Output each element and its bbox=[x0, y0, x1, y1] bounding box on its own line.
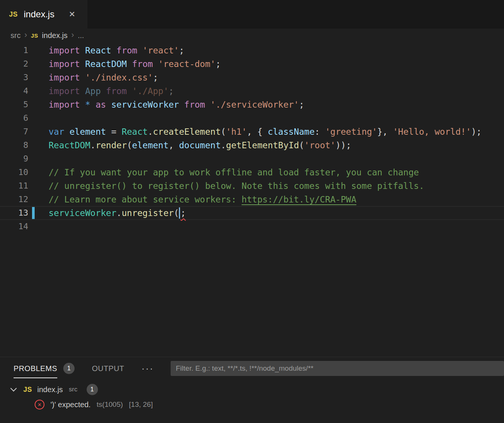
code-line-text[interactable]: import App from './App'; bbox=[28, 84, 504, 98]
code-token: React bbox=[122, 127, 148, 137]
code-token: App bbox=[85, 86, 106, 96]
text-cursor bbox=[179, 207, 180, 219]
code-line-text[interactable]: var element = React.createElement('h1', … bbox=[28, 125, 504, 138]
code-token: 'Hello, world!' bbox=[393, 127, 471, 137]
tab-title: index.js bbox=[24, 9, 54, 20]
code-token: , { bbox=[247, 127, 267, 137]
line-number[interactable]: 11 bbox=[0, 179, 28, 193]
code-token: , bbox=[169, 140, 179, 150]
code-editor[interactable]: 1import React from 'react';2import React… bbox=[0, 42, 504, 357]
code-line-text[interactable] bbox=[28, 220, 504, 233]
line-number[interactable]: 6 bbox=[0, 111, 28, 125]
line-number[interactable]: 12 bbox=[0, 193, 28, 206]
problems-file-row[interactable]: JS index.js src 1 bbox=[0, 382, 504, 397]
code-token: ; bbox=[299, 100, 304, 110]
problems-filter-input[interactable] bbox=[171, 361, 504, 376]
code-line-text[interactable]: // unregister() to register() below. Not… bbox=[28, 179, 504, 193]
problems-count-badge: 1 bbox=[63, 363, 75, 374]
code-line-text[interactable]: import './index.css'; bbox=[28, 71, 504, 84]
line-number[interactable]: 10 bbox=[0, 166, 28, 179]
problem-row[interactable]: ')' expected. ts(1005) [13, 26] bbox=[0, 397, 504, 412]
code-line[interactable]: 7var element = React.createElement('h1',… bbox=[0, 125, 504, 138]
code-token: ( bbox=[127, 140, 132, 150]
breadcrumb-folder[interactable]: src bbox=[11, 31, 21, 40]
tab-bar: JS index.js ✕ bbox=[0, 0, 504, 29]
code-token: getElementById bbox=[226, 140, 299, 150]
code-token: './serviceWorker' bbox=[210, 100, 299, 110]
code-token: . bbox=[148, 127, 153, 137]
line-number[interactable]: 4 bbox=[0, 84, 28, 98]
error-icon bbox=[35, 400, 44, 409]
line-number[interactable]: 3 bbox=[0, 71, 28, 84]
tab-output[interactable]: OUTPUT bbox=[92, 364, 124, 373]
code-line-text[interactable]: import ReactDOM from 'react-dom'; bbox=[28, 57, 504, 71]
code-line[interactable]: 8ReactDOM.render(element, document.getEl… bbox=[0, 138, 504, 152]
code-line[interactable]: 4import App from './App'; bbox=[0, 84, 504, 98]
code-line-text[interactable]: import * as serviceWorker from './servic… bbox=[28, 98, 504, 111]
problems-file-path: src bbox=[69, 386, 78, 393]
code-token: './App' bbox=[132, 86, 169, 96]
code-line-text[interactable]: import React from 'react'; bbox=[28, 44, 504, 57]
problem-position: [13, 26] bbox=[129, 400, 153, 409]
code-token: serviceWorker bbox=[49, 208, 116, 218]
chevron-down-icon[interactable] bbox=[11, 385, 17, 392]
code-line-text[interactable]: ReactDOM.render(element, document.getEle… bbox=[28, 138, 504, 152]
code-token: import bbox=[49, 46, 85, 55]
output-tab-label: OUTPUT bbox=[92, 364, 124, 373]
code-line-text[interactable] bbox=[28, 152, 504, 166]
code-token: import bbox=[49, 100, 85, 110]
code-token: . bbox=[221, 140, 226, 150]
code-line[interactable]: 10// If you want your app to work offlin… bbox=[0, 166, 504, 179]
code-token: = bbox=[111, 127, 122, 137]
code-line-text[interactable]: // If you want your app to work offline … bbox=[28, 166, 504, 179]
line-number[interactable]: 14 bbox=[0, 220, 28, 233]
panel-header: PROBLEMS 1 OUTPUT ··· bbox=[0, 357, 504, 380]
line-number[interactable]: 2 bbox=[0, 57, 28, 71]
code-token: ; bbox=[153, 73, 158, 82]
code-token: . bbox=[90, 140, 96, 150]
chevron-right-icon: › bbox=[24, 31, 27, 39]
code-token: from bbox=[116, 46, 142, 55]
code-line[interactable]: 3import './index.css'; bbox=[0, 71, 504, 84]
code-line[interactable]: 6 bbox=[0, 111, 504, 125]
problem-source: ts(1005) bbox=[97, 400, 123, 409]
code-line-text[interactable]: serviceWorker.unregister(; bbox=[28, 206, 504, 220]
code-line[interactable]: 1import React from 'react'; bbox=[0, 44, 504, 57]
problems-tree: JS index.js src 1 ')' expected. ts(1005)… bbox=[0, 380, 504, 412]
code-line[interactable]: 12// Learn more about service workers: h… bbox=[0, 193, 504, 206]
line-number[interactable]: 5 bbox=[0, 98, 28, 111]
file-problems-count-badge: 1 bbox=[87, 384, 98, 395]
tab-problems[interactable]: PROBLEMS 1 bbox=[14, 363, 75, 374]
line-number[interactable]: 1 bbox=[0, 44, 28, 57]
code-line[interactable]: 9 bbox=[0, 152, 504, 166]
code-token: 'react-dom' bbox=[158, 59, 215, 69]
line-number[interactable]: 8 bbox=[0, 138, 28, 152]
problem-message: ')' expected. bbox=[50, 400, 91, 409]
more-actions-icon[interactable]: ··· bbox=[142, 363, 154, 374]
javascript-file-icon: JS bbox=[31, 32, 38, 39]
breadcrumb-symbol[interactable]: ... bbox=[78, 31, 84, 40]
problems-tab-label: PROBLEMS bbox=[14, 364, 57, 373]
code-token: )); bbox=[336, 140, 351, 150]
code-line[interactable]: 11// unregister() to register() below. N… bbox=[0, 179, 504, 193]
code-token: import bbox=[49, 73, 85, 82]
code-token: element bbox=[132, 140, 169, 150]
close-icon[interactable]: ✕ bbox=[69, 10, 75, 19]
code-line[interactable]: 13serviceWorker.unregister(; bbox=[0, 206, 504, 220]
code-line-text[interactable]: // Learn more about service workers: htt… bbox=[28, 193, 504, 206]
code-token: // Learn more about service workers: bbox=[49, 195, 241, 204]
breadcrumb-file[interactable]: index.js bbox=[42, 31, 67, 40]
code-token: as bbox=[96, 100, 111, 110]
tab-index-js[interactable]: JS index.js ✕ bbox=[0, 0, 87, 29]
code-line[interactable]: 5import * as serviceWorker from './servi… bbox=[0, 98, 504, 111]
code-token: : bbox=[315, 127, 325, 137]
code-token: './index.css' bbox=[85, 73, 153, 82]
line-number[interactable]: 7 bbox=[0, 125, 28, 138]
line-number[interactable]: 13 bbox=[0, 206, 28, 220]
breadcrumb: src › JS index.js › ... bbox=[0, 29, 504, 42]
code-token: // If you want your app to work offline … bbox=[49, 167, 419, 177]
code-line-text[interactable] bbox=[28, 111, 504, 125]
line-number[interactable]: 9 bbox=[0, 152, 28, 166]
code-line[interactable]: 14 bbox=[0, 220, 504, 233]
code-line[interactable]: 2import ReactDOM from 'react-dom'; bbox=[0, 57, 504, 71]
